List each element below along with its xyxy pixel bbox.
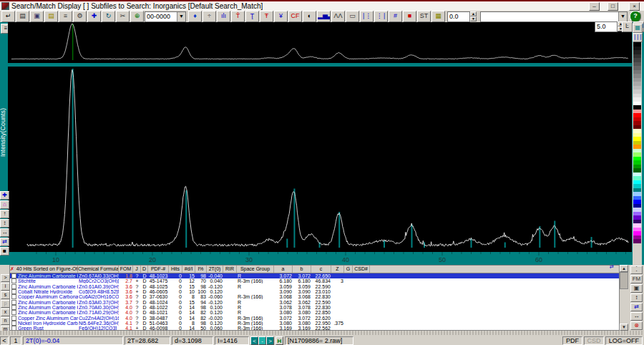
settings-button[interactable]: ⚙	[73, 11, 87, 22]
scale-spinner[interactable]: 5.0 ▲▼	[595, 21, 618, 32]
row-checkbox[interactable]	[11, 273, 16, 278]
column-header-5[interactable]: PDF-#	[148, 266, 169, 273]
row-checkbox[interactable]	[11, 305, 16, 310]
table-row[interactable]: Green RustFe6(OH)12[CO3]4.1+D46-00980145…	[10, 326, 619, 331]
prev-peak-button[interactable]: <	[250, 336, 258, 345]
align-left-button[interactable]: ∣⋮	[360, 11, 374, 22]
log-toggle[interactable]: LOG=OFF	[605, 336, 643, 345]
row-swap-button[interactable]: ⇄	[630, 303, 643, 311]
stop-zoom-button[interactable]: ■	[0, 247, 9, 256]
report-button[interactable]: ≡	[59, 11, 72, 22]
row-checkbox[interactable]	[11, 300, 16, 305]
table-scrollbar[interactable]: ▲ ▼	[620, 265, 628, 331]
peak-label-button[interactable]: Ť	[231, 11, 245, 22]
row-checkbox[interactable]	[11, 284, 16, 289]
contrast-button[interactable]: ◐	[303, 11, 316, 22]
column-header-2[interactable]: FOM	[119, 266, 133, 273]
column-header-16[interactable]: G	[344, 266, 353, 273]
table-row[interactable]: Copper Zinc Aluminum Carbo...Cu2Zn4Al2(O…	[10, 315, 619, 320]
row-checkbox[interactable]	[11, 321, 16, 326]
column-header-11[interactable]: Space Group	[237, 266, 274, 273]
table-row[interactable]: Zinc Aluminum Carbonate Hy...Zn0.70Al0.3…	[10, 305, 619, 310]
table-row[interactable]: Zinc Aluminum Carbonate Hy...Zn0.71Al0.2…	[10, 310, 619, 315]
palette-button[interactable]: ▦	[431, 11, 445, 22]
scale-vert-button[interactable]: ↕	[0, 219, 9, 228]
delete-x-icon[interactable]: ✗	[10, 266, 14, 271]
scroll-thumb[interactable]	[620, 272, 628, 289]
print-button[interactable]: ▤	[16, 11, 29, 22]
delete-hit-button[interactable]: ⊗	[630, 321, 643, 330]
peak-edit-button[interactable]: Ŧ	[260, 11, 273, 22]
profile-button[interactable]: ΛΛ	[331, 11, 345, 22]
pdf-toggle[interactable]: PDF	[562, 336, 582, 345]
back-button[interactable]: <	[0, 336, 9, 345]
pan-lr-button[interactable]: ⇄	[0, 238, 9, 246]
table-row[interactable]: Zinc Aluminum Carbonate Hy...Zn0.63Al0.3…	[10, 299, 619, 304]
column-header-12[interactable]: a	[274, 266, 293, 273]
refresh-button[interactable]: ↻	[102, 11, 115, 22]
overlay-chart-button[interactable]: ▂▅▃	[317, 11, 331, 22]
cut-button[interactable]: ✂	[116, 11, 130, 22]
histogram-button[interactable]: ılı	[217, 11, 230, 22]
column-header-4[interactable]: D	[141, 266, 148, 273]
export-button[interactable]: ▤	[44, 11, 58, 22]
row-checkbox[interactable]	[11, 289, 16, 294]
fm-sort-button[interactable]: FM	[630, 275, 643, 283]
move-button[interactable]: ✚	[0, 191, 9, 200]
next-peak-button[interactable]: >	[266, 336, 274, 345]
peak-id-button[interactable]: Ţ	[245, 11, 259, 22]
divider-button[interactable]: ÷	[203, 11, 216, 22]
table-grid-button[interactable]: ▣	[630, 284, 643, 293]
cf-button[interactable]: CF	[288, 11, 302, 22]
monitor-button[interactable]: ▦	[633, 24, 643, 33]
globe-button[interactable]: ⊕	[130, 11, 144, 22]
row-checkbox[interactable]	[11, 316, 16, 321]
row-checkbox[interactable]	[11, 278, 16, 283]
save-button[interactable]: ▣	[30, 11, 44, 22]
main-plot[interactable]	[8, 67, 632, 252]
table-row[interactable]: Zinc Aluminum Carbonate Hy...Zn0.67Al0.3…	[10, 273, 619, 278]
column-header-3[interactable]: J	[133, 266, 141, 273]
column-header-0[interactable]: ✗ 40 Hits Sorted on Figure-Of-M...	[10, 266, 78, 273]
palette-color-50[interactable]	[633, 239, 641, 243]
table-row[interactable]: Copper Aluminum Carbonate ...Cu6Al2(OH)1…	[10, 294, 619, 299]
column-header-13[interactable]: b	[293, 266, 311, 273]
chevron-down-icon[interactable]: ▼	[177, 12, 185, 21]
maximize-button[interactable]: □	[608, 2, 618, 11]
column-header-10[interactable]: RIR	[223, 266, 237, 273]
table-row[interactable]: Zinc Aluminum Carbonate Hy...Zn0.61Al0.3…	[10, 284, 619, 289]
column-header-17[interactable]: CSD#	[353, 266, 370, 273]
close-button[interactable]: ×	[629, 2, 640, 11]
apply-button[interactable]: ↵	[1, 11, 15, 22]
table-row[interactable]: StichtiteMg6Cr2CO3(OH)[1...2.7+D45-14750…	[10, 278, 619, 283]
column-header-7[interactable]: #d/I	[182, 266, 195, 273]
drop-button[interactable]: ♦	[188, 11, 202, 22]
stop-button[interactable]: ■	[403, 11, 416, 22]
column-header-1[interactable]: Chemical Formula	[78, 266, 119, 273]
row-checkbox[interactable]	[11, 310, 16, 315]
scroll-down-icon[interactable]: ▼	[620, 324, 628, 331]
center-peak-button[interactable]: -	[258, 336, 266, 345]
help-button[interactable]: ?	[630, 11, 641, 22]
row-checkbox[interactable]	[11, 294, 16, 299]
scroll-up-icon[interactable]: ▲	[620, 265, 628, 272]
minimize-button[interactable]: –	[589, 2, 600, 11]
grid-button[interactable]: #	[389, 11, 402, 22]
zoom-box-button[interactable]: ▭	[346, 11, 359, 22]
stripes-button[interactable]: ∣∣∣	[633, 33, 643, 42]
csd-toggle[interactable]: CSD	[584, 336, 604, 345]
row-updown-button[interactable]: ↕	[630, 293, 643, 302]
st-button[interactable]: ST	[417, 11, 431, 22]
column-header-6[interactable]: Hits	[169, 266, 182, 273]
row-expand-button[interactable]: ↔	[630, 312, 643, 321]
chevron-down-icon[interactable]: ▼	[618, 12, 627, 21]
hold-button[interactable]: H	[275, 336, 283, 345]
column-header-15[interactable]: Z	[331, 266, 344, 273]
column-header-9[interactable]: 2T(0)	[207, 266, 223, 273]
table-row[interactable]: Cobalt Nitrate HydroxideCo5[O9.48H8.52]N…	[10, 289, 619, 294]
home-button[interactable]: ⌂	[0, 200, 9, 209]
column-header-8[interactable]: I%	[195, 266, 207, 273]
column-header-14[interactable]: c	[311, 266, 331, 273]
scale-up-button[interactable]: ↑	[0, 210, 9, 218]
search-combo[interactable]: ▼	[480, 11, 628, 22]
